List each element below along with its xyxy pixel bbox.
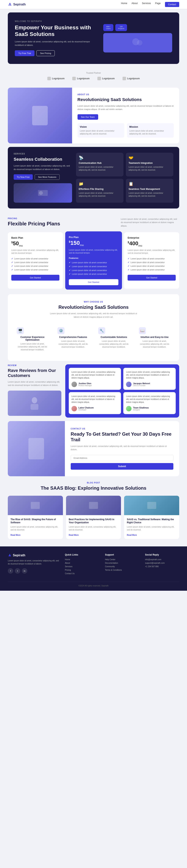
nav-home[interactable]: Home: [121, 2, 127, 7]
services-left: Services Seamless Collaboration Lorem ip…: [14, 153, 72, 203]
trusted-label: Trusted Partner: [8, 72, 179, 74]
footer-email-2[interactable]: support@sepirath.com: [145, 562, 179, 564]
cta-submit-button[interactable]: Submit: [71, 463, 173, 470]
blog-read-more-2[interactable]: Read More: [127, 534, 137, 536]
blog-desc-2: Lorem ipsum dolor sit amet, consectetur …: [127, 525, 177, 531]
logo-icon-3: [123, 77, 126, 80]
plan-desc-pro: Lorem ipsum dolor sit amet, consectetur …: [69, 248, 118, 254]
why-section: Why Choose Us Revolutionizing SaaS Solut…: [8, 294, 179, 361]
services-try-now-button[interactable]: Try Now Free: [14, 174, 33, 180]
review-text-1: Lorem ipsum dolor sit amet, consectetur …: [126, 371, 173, 379]
blog-read-more-0[interactable]: Read More: [10, 534, 21, 536]
svg-rect-10: [147, 502, 156, 509]
footer-link-about[interactable]: About: [65, 562, 99, 564]
why-card-1: ⚙️ Comprehensive Features Lorem ipsum do…: [54, 324, 92, 354]
service-desc-2: Lorem ipsum dolor sit amet, consectetur …: [79, 192, 121, 197]
footer-support-terms[interactable]: Terms & Conditions: [105, 569, 139, 571]
hero-pricing-button[interactable]: See Pricing: [36, 50, 55, 56]
svg-rect-8: [31, 502, 40, 509]
pricing-header: Pricing Flexible Pricing Plans Lorem ips…: [8, 217, 179, 228]
nav-about[interactable]: About: [132, 2, 137, 7]
footer-phone[interactable]: +1 234 567 890: [145, 565, 179, 567]
social-icon-twitter[interactable]: t: [15, 568, 20, 574]
blog-title-1: Best Practices for Implementing SAAS in …: [69, 518, 118, 524]
about-image-placeholder: [32, 106, 48, 125]
get-started-basic-button[interactable]: Get Started: [11, 275, 59, 281]
service-card-0: 📡 Communication Hub Lorem ipsum dolor si…: [76, 153, 124, 177]
footer-support-docs[interactable]: Documentation: [105, 562, 139, 564]
blog-image-0: [8, 496, 63, 515]
get-started-pro-button[interactable]: Get Started: [69, 279, 118, 285]
logo-item-0: Logoipsum: [47, 77, 65, 80]
why-card-title-0: Customer Experience Optimization: [17, 336, 48, 341]
svg-point-6: [32, 397, 37, 403]
plan-name-basic: Basic Plan: [11, 237, 59, 239]
hero-free-trial-button[interactable]: Try Free Trial: [15, 50, 34, 56]
nav-services[interactable]: Services: [142, 2, 151, 7]
service-icon-0: 📡: [79, 155, 121, 160]
footer-link-contact[interactable]: Contact Us: [65, 572, 99, 575]
pricing-card-pro: Pro Plan $150/mo Lorem ipsum dolor sit a…: [65, 231, 122, 289]
pricing-label: Pricing: [8, 217, 60, 220]
review-role-3: Designer: [133, 409, 149, 411]
cta-label: Contact Us: [71, 428, 173, 430]
feature-enterprise-0: Lorem ipsum dolor sit amet consectetur: [128, 257, 176, 260]
footer-brand-description: Lorem ipsum dolor sit amet, consectetur …: [8, 559, 59, 565]
social-icon-linkedin[interactable]: in: [22, 568, 27, 574]
pricing-card-enterprise: Enterprise $400/mo Lorem ipsum dolor sit…: [124, 232, 179, 289]
logo-icon-2: [98, 77, 101, 80]
review-text-2: Lorem ipsum dolor sit amet, consectetur …: [72, 395, 118, 404]
why-card-desc-3: Lorem ipsum dolor sit amet, consectetur …: [139, 340, 170, 348]
cta-image: [8, 421, 65, 476]
blog-desc-1: Lorem ipsum dolor sit amet, consectetur …: [69, 525, 118, 531]
blog-image-2: [124, 496, 179, 515]
hero-image-main: [103, 33, 172, 53]
trusted-section: Trusted Partner Logoipsum Logoipsum Logo…: [0, 67, 187, 84]
review-name-2: Laine Chalsom: [79, 406, 94, 409]
feature-pro-2: Lorem ipsum dolor sit amet consectetur: [69, 268, 118, 272]
blog-label: Blog Post: [8, 482, 179, 484]
footer-email-1[interactable]: info@sepirath.com: [145, 558, 179, 561]
nav-page[interactable]: Page: [155, 2, 161, 7]
services-more-features-button[interactable]: See More Features: [35, 174, 60, 180]
blog-desc-0: Lorem ipsum dolor sit amet, consectetur …: [10, 525, 60, 531]
reviews-right-grid: Lorem ipsum dolor sit amet, consectetur …: [65, 364, 179, 417]
service-card-3: 📋 Seamless Task Management Lorem ipsum d…: [126, 179, 173, 203]
why-description: Lorem ipsum dolor sit amet, consectetur …: [50, 312, 137, 319]
pricing-section: Pricing Flexible Pricing Plans Lorem ips…: [8, 212, 179, 291]
why-card-desc-0: Lorem ipsum dolor sit amet, consectetur …: [17, 342, 48, 351]
navbar-logo[interactable]: Sepirath: [8, 2, 26, 7]
review-card-2: Lorem ipsum dolor sit amet, consectetur …: [69, 392, 121, 414]
why-card-desc-2: Lorem ipsum dolor sit amet, consectetur …: [98, 340, 130, 348]
nav-contact-button[interactable]: Contact: [165, 2, 179, 7]
footer-link-pricing[interactable]: Pricing: [65, 569, 99, 571]
blog-title-2: SAAS vs. Traditional Software: Making th…: [127, 518, 177, 524]
logo-item-3: Logoipsum: [123, 77, 140, 80]
reviews-description: Lorem ipsum dolor sit amet, consectetur …: [8, 380, 61, 387]
review-card-1: Lorem ipsum dolor sit amet, consectetur …: [123, 368, 176, 390]
why-icon-0: 🖥️: [17, 327, 24, 334]
about-content: About Us Revolutionizing SaaS Solutions …: [72, 88, 179, 144]
review-author-0: Justine Glen Product Manager: [72, 382, 118, 387]
about-label: About Us: [78, 93, 174, 96]
social-icon-facebook[interactable]: f: [8, 568, 13, 574]
footer-support-community[interactable]: Community: [105, 565, 139, 567]
about-vision-card: Vision Lorem ipsum dolor sit amet, conse…: [78, 123, 124, 137]
service-card-1: 🤝 Teamwork Integration Lorem ipsum dolor…: [126, 153, 173, 177]
feature-enterprise-1: Lorem ipsum dolor sit amet consectetur: [128, 260, 176, 264]
blog-card-1: Best Practices for Implementing SAAS in …: [66, 496, 121, 539]
footer-link-services[interactable]: Services: [65, 565, 99, 567]
get-started-enterprise-button[interactable]: Get Started: [128, 275, 176, 281]
hero-stat-projects: 10K Projects: [115, 24, 127, 31]
about-team-button[interactable]: See Our Team: [78, 114, 98, 120]
why-card-title-2: Customizable Solutions: [98, 336, 130, 339]
footer-link-home[interactable]: Home: [65, 558, 99, 561]
blog-read-more-1[interactable]: Read More: [69, 534, 79, 536]
footer-support-help[interactable]: Help Center: [105, 558, 139, 561]
cta-section: Contact Us Ready To Get Started? Get You…: [8, 421, 179, 476]
about-description: Lorem ipsum dolor sit amet, consectetur …: [78, 104, 174, 111]
cta-email-input[interactable]: [71, 455, 173, 461]
feature-basic-2: Lorem ipsum dolor sit amet consectetur: [11, 264, 59, 268]
plan-features-enterprise: Lorem ipsum dolor sit amet consectetur L…: [128, 257, 176, 272]
services-label: Services: [14, 153, 72, 155]
